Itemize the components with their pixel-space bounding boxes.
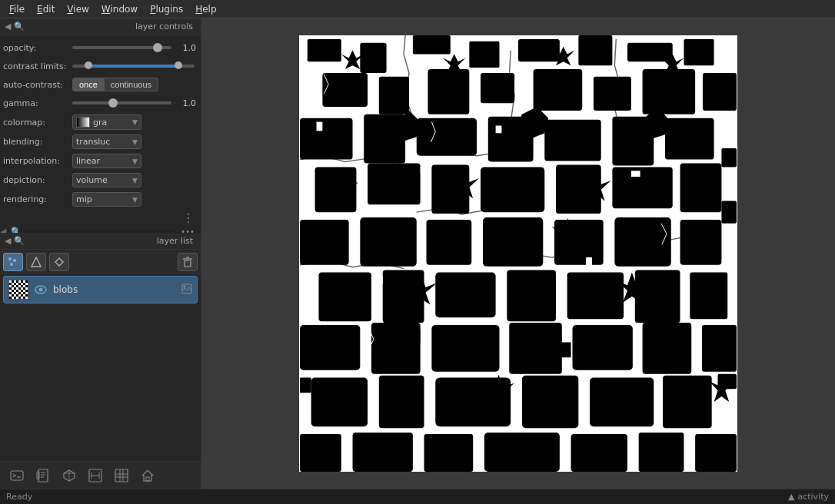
gamma-slider[interactable]: [72, 101, 171, 104]
shapes-tool-btn[interactable]: [26, 253, 46, 271]
auto-contrast-once-btn[interactable]: once: [72, 78, 105, 91]
svg-rect-41: [379, 77, 409, 114]
menu-help[interactable]: Help: [189, 2, 222, 16]
menu-plugins[interactable]: Plugins: [144, 2, 189, 16]
canvas-area[interactable]: [201, 18, 835, 489]
colormap-row: colormap: gra ▼: [0, 112, 201, 132]
delete-layer-btn[interactable]: [178, 253, 198, 271]
svg-point-2: [10, 263, 13, 266]
blending-dropdown[interactable]: transluc ▼: [72, 134, 141, 149]
opacity-label: opacity:: [3, 43, 72, 53]
svg-rect-38: [627, 43, 673, 61]
svg-rect-67: [612, 167, 672, 208]
layer-visibility-btn[interactable]: [33, 282, 48, 297]
svg-rect-37: [578, 35, 612, 65]
interpolation-value: linear: [76, 156, 131, 166]
svg-marker-3: [32, 257, 41, 267]
home-btn[interactable]: [137, 465, 158, 486]
svg-rect-109: [639, 433, 684, 472]
interpolation-label: interpolation:: [3, 156, 72, 166]
labels-tool-btn[interactable]: [49, 253, 69, 271]
colormap-preview: [76, 117, 90, 128]
svg-rect-100: [590, 378, 654, 427]
console-btn[interactable]: [6, 465, 28, 486]
svg-rect-91: [431, 325, 499, 372]
auto-contrast-row: auto-contrast: once continuous: [0, 75, 201, 94]
notebook-icon: [36, 469, 50, 482]
menu-window[interactable]: Window: [95, 2, 144, 16]
svg-rect-52: [300, 118, 353, 160]
svg-rect-4: [185, 260, 191, 267]
menu-edit[interactable]: Edit: [31, 2, 61, 16]
contrast-slider-container: [72, 64, 195, 68]
colormap-dropdown[interactable]: gra ▼: [72, 114, 141, 130]
labels-icon: [54, 257, 65, 267]
console-icon: [10, 469, 24, 482]
blobs-image: [299, 35, 737, 472]
dots-menu[interactable]: ⋮: [179, 209, 198, 227]
layer-controls-icon2: 🔍: [14, 22, 25, 32]
grid-btn[interactable]: [111, 465, 132, 486]
layer-name: blobs: [53, 284, 177, 295]
svg-rect-117: [317, 122, 323, 131]
svg-rect-78: [680, 220, 722, 265]
layer-list-header: ◀ 🔍 layer list: [0, 233, 201, 250]
svg-rect-65: [481, 167, 544, 212]
layer-controls-panel: opacity: 1.0 contrast limits:: [0, 35, 201, 230]
svg-rect-105: [353, 433, 413, 472]
svg-rect-97: [379, 376, 424, 429]
svg-rect-83: [507, 270, 556, 322]
svg-rect-77: [614, 217, 670, 267]
auto-contrast-continuous-btn[interactable]: continuous: [105, 78, 158, 91]
layer-controls-title: layer controls: [25, 22, 196, 32]
blending-value: transluc: [76, 137, 131, 147]
opacity-slider[interactable]: [72, 46, 171, 49]
svg-rect-99: [522, 376, 578, 429]
scalebar-icon: [88, 469, 102, 482]
interpolation-dropdown[interactable]: linear ▼: [72, 154, 141, 168]
layer-item-blobs[interactable]: blobs: [3, 276, 198, 303]
shapes-btn[interactable]: [58, 465, 80, 486]
svg-rect-107: [484, 433, 560, 472]
blending-arrow: ▼: [132, 138, 138, 146]
svg-rect-93: [573, 325, 633, 370]
activity-arrow: ▲: [788, 492, 794, 502]
svg-rect-62: [315, 167, 357, 212]
layer-list-icons: ◀ 🔍: [5, 236, 25, 246]
menubar: File Edit View Window Plugins Help: [0, 0, 835, 18]
menu-file[interactable]: File: [3, 2, 31, 16]
svg-rect-44: [534, 69, 583, 111]
image-canvas: [299, 35, 737, 472]
contrast-handle-right[interactable]: [175, 61, 182, 69]
svg-rect-46: [643, 69, 696, 114]
menu-view[interactable]: View: [61, 2, 95, 16]
layer-list-title: layer list: [25, 236, 196, 246]
depiction-dropdown[interactable]: volume ▼: [72, 173, 141, 187]
layer-toolbar: [0, 250, 201, 274]
svg-rect-29: [146, 477, 149, 481]
svg-rect-86: [690, 272, 727, 319]
svg-rect-35: [469, 41, 499, 68]
rendering-dropdown[interactable]: mip ▼: [72, 192, 141, 207]
shapes-3d-icon: [62, 469, 76, 482]
layer-controls-icon1: ◀: [5, 22, 11, 32]
blending-row: blending: transluc ▼: [0, 132, 201, 151]
svg-rect-96: [311, 378, 368, 427]
scalebar-btn[interactable]: [85, 465, 106, 486]
notebook-btn[interactable]: [32, 465, 54, 486]
points-tool-btn[interactable]: [3, 253, 23, 271]
activity-button[interactable]: ▲ activity: [788, 492, 829, 502]
svg-rect-42: [427, 69, 469, 114]
svg-rect-84: [567, 272, 624, 319]
svg-rect-120: [631, 171, 640, 177]
contrast-handle-left[interactable]: [85, 61, 92, 69]
gamma-slider-container: 1.0: [72, 98, 196, 108]
svg-rect-112: [721, 201, 737, 223]
contrast-track-fill: [85, 65, 182, 68]
blending-label: blending:: [3, 137, 72, 147]
svg-rect-56: [544, 120, 600, 161]
svg-rect-40: [322, 73, 368, 107]
svg-rect-106: [424, 434, 474, 472]
svg-rect-95: [702, 325, 737, 372]
svg-rect-101: [663, 376, 712, 429]
